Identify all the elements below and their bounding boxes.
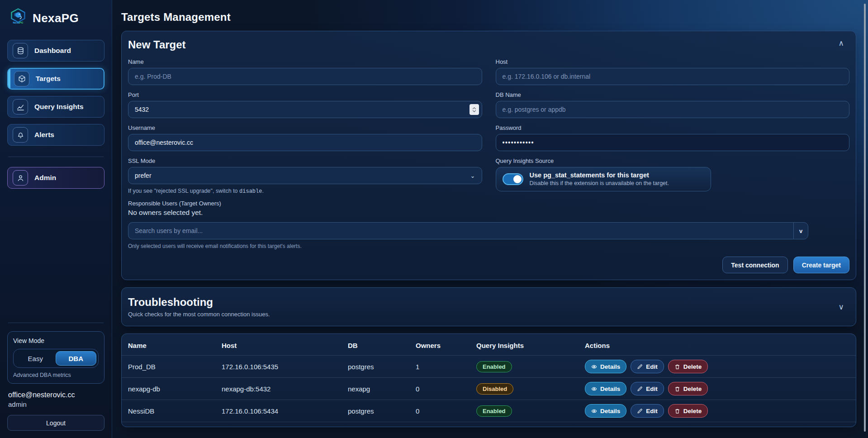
page-title: Targets Management: [121, 11, 856, 24]
view-mode-toggle[interactable]: Easy DBA: [13, 349, 99, 368]
sidebar-item-label: Targets: [36, 75, 61, 83]
new-target-card: New Target ∧ Name Host Port: [121, 31, 856, 280]
pg-stat-statements-toggle[interactable]: [503, 173, 523, 185]
field-ssl-mode: SSL Mode prefer ⌄ If you see "rejected S…: [128, 157, 482, 195]
delete-button[interactable]: Delete: [668, 404, 708, 418]
cell-host: 172.16.0.106:5434: [222, 407, 348, 415]
sidebar-item-alerts[interactable]: Alerts: [7, 124, 104, 146]
logout-button[interactable]: Logout: [7, 415, 104, 431]
delete-button[interactable]: Delete: [668, 360, 708, 373]
field-username: Username: [128, 124, 482, 151]
edit-button[interactable]: Edit: [631, 404, 664, 418]
sidebar-divider: [8, 157, 104, 157]
number-stepper-icon[interactable]: [470, 104, 479, 115]
app-title: NexaPG: [33, 11, 79, 25]
sidebar-item-label: Admin: [34, 174, 56, 182]
details-button[interactable]: Details: [585, 360, 626, 373]
sidebar-item-dashboard[interactable]: Dashboard: [7, 40, 104, 62]
row-actions: DetailsEditDelete: [585, 382, 849, 395]
table-row: NessiDB172.16.0.106:5434postgres0Enabled…: [122, 400, 856, 422]
owners-help-text: Only selected users will receive email n…: [128, 243, 849, 249]
sidebar-item-query-insights[interactable]: Query Insights: [7, 96, 104, 118]
field-host: Host: [496, 58, 850, 85]
cell-host: 172.16.0.106:5435: [222, 363, 348, 371]
host-label: Host: [496, 58, 850, 65]
svg-text:NexaPG: NexaPG: [13, 21, 23, 24]
status-badge: Enabled: [476, 405, 512, 417]
troubleshooting-title: Troubleshooting: [128, 296, 849, 309]
eye-icon: [591, 364, 597, 370]
host-input[interactable]: [496, 68, 850, 85]
toggle-title: Use pg_stat_statements for this target: [530, 171, 669, 179]
cell-owners: 0: [416, 407, 476, 415]
view-mode-option-dba[interactable]: DBA: [56, 351, 97, 366]
chevron-down-icon: ⌄: [470, 172, 475, 179]
form-actions: Test connection Create target: [128, 257, 849, 273]
view-mode-option-easy[interactable]: Easy: [15, 351, 56, 366]
cell-name: Prod_DB: [128, 363, 222, 371]
details-button[interactable]: Details: [585, 404, 626, 418]
table-header-row: Name Host DB Owners Query Insights Actio…: [122, 336, 856, 356]
owners-empty-text: No owners selected yet.: [128, 209, 849, 217]
troubleshooting-card: Troubleshooting Quick checks for the mos…: [121, 287, 856, 326]
create-target-button[interactable]: Create target: [793, 257, 849, 273]
scrollbar[interactable]: [862, 0, 868, 438]
name-input[interactable]: [128, 68, 482, 85]
trash-icon: [674, 408, 680, 414]
table-row: nexapg-dbnexapg-db:5432nexapg0DisabledDe…: [122, 378, 856, 400]
table-body: Prod_DB172.16.0.106:5435postgres1Enabled…: [122, 356, 856, 422]
test-connection-button[interactable]: Test connection: [722, 257, 787, 273]
app-root: NexaPG NexaPG DashboardTargetsQuery Insi…: [0, 0, 868, 438]
row-actions: DetailsEditDelete: [585, 360, 849, 373]
owner-search-input[interactable]: [128, 222, 793, 239]
port-label: Port: [128, 91, 482, 98]
collapse-down-icon[interactable]: ∨: [839, 303, 844, 311]
database-icon: [13, 43, 28, 58]
status-badge: Disabled: [476, 383, 513, 395]
scrollbar-thumb[interactable]: [864, 4, 866, 432]
password-input[interactable]: [496, 134, 850, 151]
edit-button[interactable]: Edit: [631, 382, 664, 395]
trash-icon: [674, 364, 680, 370]
cell-db: nexapg: [348, 385, 416, 393]
col-header-host: Host: [222, 342, 348, 349]
cell-host: nexapg-db:5432: [222, 385, 348, 393]
details-button[interactable]: Details: [585, 382, 626, 395]
ssl-mode-help: If you see "rejected SSL upgrade", switc…: [128, 188, 482, 195]
user-icon: [13, 170, 28, 186]
owner-search-dropdown-button[interactable]: v: [793, 222, 808, 239]
new-target-form: Name Host Port: [128, 58, 849, 195]
port-input[interactable]: [128, 101, 482, 118]
view-mode-label: View Mode: [13, 337, 99, 344]
chart-icon: [13, 99, 28, 114]
sidebar-item-targets[interactable]: Targets: [7, 68, 104, 90]
pencil-icon: [637, 364, 643, 370]
field-port: Port: [128, 91, 482, 118]
eye-icon: [591, 386, 597, 392]
field-db-name: DB Name: [496, 91, 850, 118]
eye-icon: [591, 408, 597, 414]
username-label: Username: [128, 124, 482, 131]
edit-button[interactable]: Edit: [631, 360, 664, 373]
sidebar-item-label: Alerts: [34, 131, 54, 139]
field-password: Password: [496, 124, 850, 151]
cell-owners: 0: [416, 385, 476, 393]
col-header-query-insights: Query Insights: [476, 342, 585, 349]
col-header-name: Name: [128, 342, 222, 349]
query-insights-box: Use pg_stat_statements for this target D…: [496, 167, 711, 191]
ssl-mode-select[interactable]: prefer ⌄: [128, 167, 482, 184]
sidebar-item-admin[interactable]: Admin: [7, 167, 104, 189]
query-insights-source-label: Query Insights Source: [496, 157, 850, 164]
row-actions: DetailsEditDelete: [585, 404, 849, 418]
delete-button[interactable]: Delete: [668, 382, 708, 395]
col-header-actions: Actions: [585, 342, 849, 349]
cell-owners: 1: [416, 363, 476, 371]
col-header-db: DB: [348, 342, 416, 349]
db-name-input[interactable]: [496, 101, 850, 118]
collapse-up-icon[interactable]: ∧: [839, 39, 844, 47]
bell-icon: [13, 127, 28, 143]
owners-section: Responsible Users (Target Owners) No own…: [128, 200, 849, 249]
owner-search-group: v: [128, 222, 808, 239]
username-input[interactable]: [128, 134, 482, 151]
cell-db: postgres: [348, 363, 416, 371]
